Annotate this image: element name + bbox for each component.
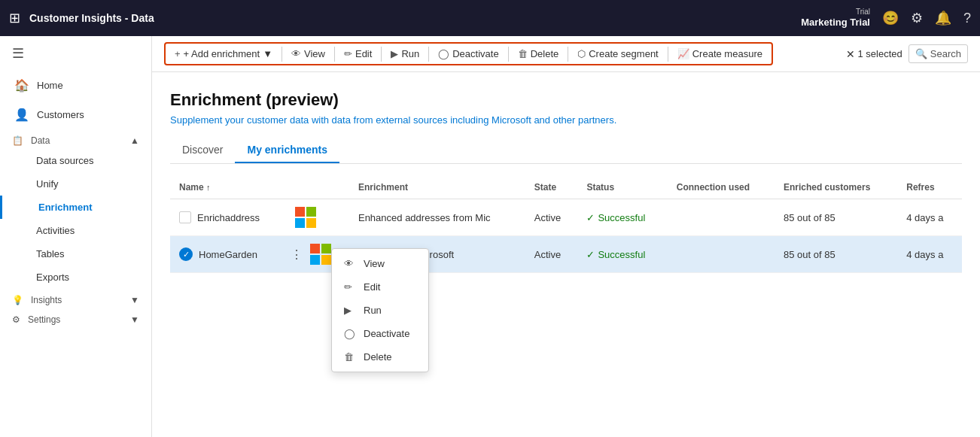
sidebar-label-enrichment: Enrichment [38, 202, 93, 213]
chevron-down-add-icon: ▼ [263, 48, 272, 59]
deactivate-button[interactable]: ◯ Deactivate [432, 45, 504, 62]
context-delete-label: Delete [364, 351, 392, 363]
add-enrichment-label: + Add enrichment [184, 48, 260, 59]
sidebar-label-tables: Tables [36, 248, 65, 259]
topbar: ⊞ Customer Insights - Data Trial Marketi… [0, 0, 980, 36]
context-view[interactable]: 👁 View [332, 252, 428, 275]
deactivate-label: Deactivate [452, 48, 498, 59]
toolbar: + + Add enrichment ▼ 👁 View ✏ Edit ▶ R [152, 36, 980, 72]
main-layout: ☰ 🏠 Home 👤 Customers 📋 Data ▲ Data sourc… [0, 36, 980, 437]
trial-info: Trial Marketing Trial [801, 8, 870, 29]
sidebar-label-settings: Settings [28, 314, 60, 325]
row2-refreshed: 4 days a [897, 236, 962, 273]
chevron-right-insights-icon: ▼ [130, 295, 139, 305]
help-icon[interactable]: ? [963, 11, 971, 26]
create-measure-label: Create measure [692, 48, 762, 59]
edit-button[interactable]: ✏ Edit [338, 45, 378, 62]
context-run[interactable]: ▶ Run [332, 299, 428, 322]
view-button[interactable]: 👁 View [285, 45, 331, 62]
row2-connection [668, 236, 775, 273]
sidebar-group-settings[interactable]: ⚙ Settings ▼ [0, 308, 151, 328]
tab-my-enrichments[interactable]: My enrichments [235, 138, 339, 163]
sep1 [282, 47, 282, 62]
col-logo [286, 176, 349, 199]
success-check2-icon: ✓ [586, 249, 595, 260]
run-button[interactable]: ▶ Run [385, 45, 425, 62]
trial-name: Marketing Trial [801, 17, 870, 29]
ms-logo2-q2 [321, 244, 331, 253]
three-dots-button[interactable]: ⋮ [286, 244, 307, 265]
bell-icon[interactable]: 🔔 [935, 10, 951, 26]
sidebar-item-data-sources[interactable]: Data sources [0, 149, 151, 172]
tab-discover[interactable]: Discover [170, 138, 235, 163]
table-row-selected: ✓ HomeGarden ⋮ [170, 236, 962, 273]
context-deactivate[interactable]: ◯ Deactivate [332, 322, 428, 345]
delete-icon: 🗑 [518, 48, 528, 59]
table-header: Name ↑ Enrichment State Status Connectio… [170, 176, 962, 199]
sidebar-label-data: Data [31, 135, 50, 146]
sep6 [568, 47, 568, 62]
grid-icon[interactable]: ⊞ [9, 10, 20, 26]
context-run-label: Run [364, 305, 382, 316]
delete-label: Delete [531, 48, 559, 59]
ms-logo-1 [295, 207, 316, 228]
sep7 [668, 47, 668, 62]
smiley-icon[interactable]: 😊 [882, 10, 899, 26]
row1-status: ✓ Successful [577, 199, 667, 236]
context-delete[interactable]: 🗑 Delete [332, 345, 428, 369]
content-area: + + Add enrichment ▼ 👁 View ✏ Edit ▶ R [152, 36, 980, 437]
ms-logo2-q4 [321, 255, 331, 265]
sidebar-item-enrichment[interactable]: Enrichment [0, 196, 151, 219]
sidebar-item-customers[interactable]: 👤 Customers [0, 100, 151, 129]
sidebar-group-data[interactable]: 📋 Data ▲ [0, 129, 151, 149]
row1-name: Enrichaddress [170, 199, 286, 236]
col-state: State [525, 176, 578, 199]
sidebar-label-home: Home [37, 80, 63, 91]
context-edit-icon: ✏ [344, 281, 356, 293]
row1-enriched: 85 out of 85 [775, 199, 897, 236]
col-enrichment: Enrichment [349, 176, 525, 199]
delete-button[interactable]: 🗑 Delete [512, 45, 565, 62]
create-measure-button[interactable]: 📈 Create measure [671, 45, 768, 62]
sidebar-item-activities[interactable]: Activities [0, 219, 151, 242]
ms-logo2-q3 [310, 255, 320, 265]
sidebar-group-insights[interactable]: 💡 Insights ▼ [0, 289, 151, 308]
eye-icon: 👁 [291, 48, 301, 59]
sidebar-item-unify[interactable]: Unify [0, 172, 151, 196]
sidebar-item-home[interactable]: 🏠 Home [0, 71, 151, 100]
row2-state: Active [525, 236, 578, 273]
row1-enrichment: Enhanced addresses from Mic [349, 199, 525, 236]
sidebar-item-exports[interactable]: Exports [0, 266, 151, 289]
insights-icon: 💡 [12, 295, 23, 305]
ms-logo-q2 [306, 207, 316, 217]
create-segment-button[interactable]: ⬡ Create segment [571, 45, 665, 62]
context-run-icon: ▶ [344, 305, 356, 316]
view-label: View [304, 48, 325, 59]
add-icon: + [175, 48, 181, 59]
col-name: Name ↑ [170, 176, 286, 199]
close-selection-icon[interactable]: ✕ [846, 48, 855, 60]
search-box[interactable]: 🔍 Search [908, 44, 968, 63]
ms-logo-q4 [306, 218, 316, 228]
sidebar-label-exports: Exports [36, 272, 69, 283]
checkbox-empty-icon[interactable] [179, 211, 191, 223]
data-icon: 📋 [12, 135, 23, 146]
checkbox-checked-icon[interactable]: ✓ [179, 247, 193, 261]
settings-sidebar-icon: ⚙ [12, 314, 20, 325]
chevron-down-icon: ▲ [130, 135, 139, 146]
sidebar-item-tables[interactable]: Tables [0, 242, 151, 266]
row1-connection [668, 199, 775, 236]
sep4 [428, 47, 429, 62]
ms-logo-q1 [295, 207, 305, 217]
settings-icon[interactable]: ⚙ [911, 10, 923, 26]
row1-state: Active [525, 199, 578, 236]
context-edit[interactable]: ✏ Edit [332, 275, 428, 299]
sort-arrow-icon[interactable]: ↑ [206, 183, 211, 192]
sidebar-toggle[interactable]: ☰ [0, 36, 151, 71]
measure-icon: 📈 [677, 48, 689, 59]
context-deactivate-label: Deactivate [364, 328, 409, 339]
add-enrichment-button[interactable]: + + Add enrichment ▼ [169, 45, 278, 62]
page-content: Enrichment (preview) Supplement your cus… [152, 72, 980, 437]
sep5 [508, 47, 509, 62]
edit-icon: ✏ [344, 48, 352, 59]
